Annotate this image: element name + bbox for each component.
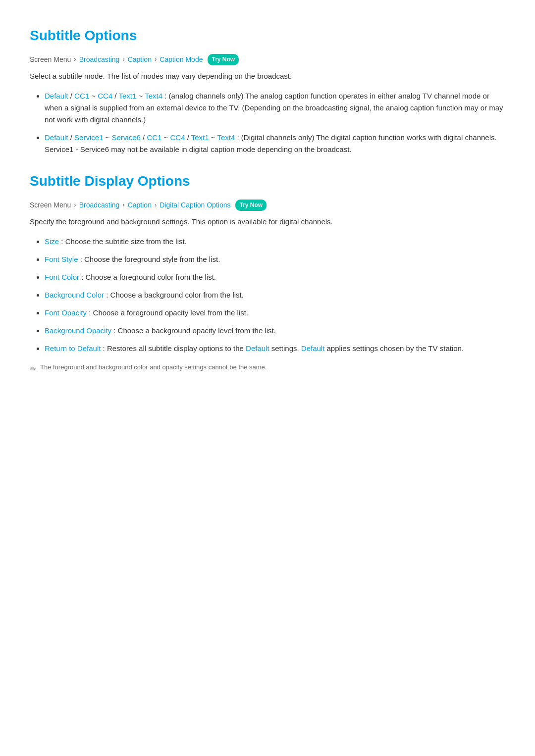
highlight-cc1: CC1	[74, 92, 89, 100]
breadcrumb-screen-menu-2: Screen Menu	[30, 200, 71, 210]
text-static: /	[187, 133, 191, 142]
text-static: applies settings chosen by the TV statio…	[327, 344, 464, 353]
pencil-icon: ✏	[30, 363, 36, 376]
highlight-default-3: Default	[246, 344, 269, 353]
text-static: : Choose a foreground color from the lis…	[81, 273, 216, 281]
text-static: /	[70, 133, 74, 142]
highlight-font-style: Font Style	[45, 255, 78, 263]
text-static: : Choose the foreground style from the l…	[80, 255, 220, 263]
try-now-badge-1[interactable]: Try Now	[208, 54, 239, 65]
list-item: Size : Choose the subtitle size from the…	[45, 236, 505, 248]
try-now-badge-2[interactable]: Try Now	[235, 200, 267, 211]
text-static: : Choose a foreground opacity level from…	[89, 308, 248, 317]
breadcrumb-digital-caption-link[interactable]: Digital Caption Options	[160, 200, 230, 210]
breadcrumb-separator-5: ›	[122, 200, 124, 210]
highlight-service1: Service1	[74, 133, 103, 142]
subtitle-display-options-section: Subtitle Display Options Screen Menu › B…	[30, 170, 505, 376]
list-item: Font Opacity : Choose a foreground opaci…	[45, 307, 505, 319]
text-static: settings.	[271, 344, 301, 353]
breadcrumb-caption-link-2[interactable]: Caption	[128, 200, 152, 210]
text-static: ~	[106, 133, 112, 142]
list-item: Font Color : Choose a foreground color f…	[45, 271, 505, 283]
text-static: ~	[91, 92, 98, 100]
highlight-service6: Service6	[112, 133, 141, 142]
subtitle-display-list: Size : Choose the subtitle size from the…	[30, 236, 505, 354]
text-static: : Restores all subtitle display options …	[103, 344, 246, 353]
list-item: Return to Default : Restores all subtitl…	[45, 343, 505, 354]
breadcrumb-separator-3: ›	[155, 54, 157, 65]
text-static: ~	[138, 92, 145, 100]
highlight-cc4: CC4	[98, 92, 112, 100]
text-static: : Choose a background opacity level from…	[113, 326, 276, 335]
breadcrumb-broadcasting-link[interactable]: Broadcasting	[79, 54, 120, 65]
highlight-text4: Text4	[145, 92, 162, 100]
highlight-text1-2: Text1	[191, 133, 209, 142]
highlight-default-2: Default	[45, 133, 68, 142]
highlight-text1: Text1	[118, 92, 136, 100]
highlight-background-opacity: Background Opacity	[45, 326, 111, 335]
list-item: Background Color : Choose a background c…	[45, 289, 505, 301]
list-item: Background Opacity : Choose a background…	[45, 325, 505, 337]
highlight-return-to-default: Return to Default	[45, 344, 101, 353]
subtitle-options-list: Default / CC1 ~ CC4 / Text1 ~ Text4 : (a…	[30, 90, 505, 155]
breadcrumb-caption-link[interactable]: Caption	[128, 54, 152, 65]
highlight-cc4-2: CC4	[170, 133, 185, 142]
subtitle-display-breadcrumb: Screen Menu › Broadcasting › Caption › D…	[30, 200, 505, 211]
breadcrumb-caption-mode-link[interactable]: Caption Mode	[160, 54, 203, 65]
text-static: /	[70, 92, 74, 100]
breadcrumb-broadcasting-link-2[interactable]: Broadcasting	[79, 200, 120, 210]
subtitle-display-options-title: Subtitle Display Options	[30, 170, 505, 193]
highlight-font-opacity: Font Opacity	[45, 308, 87, 317]
list-item: Default / Service1 ~ Service6 / CC1 ~ CC…	[45, 132, 505, 155]
breadcrumb-separator-2: ›	[122, 54, 124, 65]
subtitle-display-description: Specify the foreground and background se…	[30, 216, 505, 228]
highlight-background-color: Background Color	[45, 291, 104, 299]
text-static: : (analog channels only) The analog capt…	[45, 92, 503, 124]
highlight-size: Size	[45, 237, 59, 246]
subtitle-options-breadcrumb: Screen Menu › Broadcasting › Caption › C…	[30, 54, 505, 65]
list-item: Font Style : Choose the foreground style…	[45, 253, 505, 265]
subtitle-options-title: Subtitle Options	[30, 25, 505, 47]
text-static: ~	[164, 133, 170, 142]
highlight-text4-2: Text4	[217, 133, 235, 142]
breadcrumb-separator-4: ›	[74, 200, 76, 210]
subtitle-options-description: Select a subtitle mode. The list of mode…	[30, 70, 505, 82]
text-static: ~	[211, 133, 217, 142]
text-static: : Choose the subtitle size from the list…	[61, 237, 186, 246]
list-item: Default / CC1 ~ CC4 / Text1 ~ Text4 : (a…	[45, 90, 505, 126]
highlight-cc1-2: CC1	[147, 133, 161, 142]
breadcrumb-separator-1: ›	[74, 54, 76, 65]
breadcrumb-separator-6: ›	[155, 200, 157, 210]
subtitle-options-section: Subtitle Options Screen Menu › Broadcast…	[30, 25, 505, 155]
highlight-default-1: Default	[45, 92, 68, 100]
note-container: ✏ The foreground and background color an…	[30, 362, 505, 376]
note-text: The foreground and background color and …	[40, 362, 267, 373]
breadcrumb-screen-menu: Screen Menu	[30, 54, 71, 65]
text-static: : Choose a background color from the lis…	[106, 291, 244, 299]
highlight-font-color: Font Color	[45, 273, 79, 281]
highlight-default-4: Default	[301, 344, 325, 353]
